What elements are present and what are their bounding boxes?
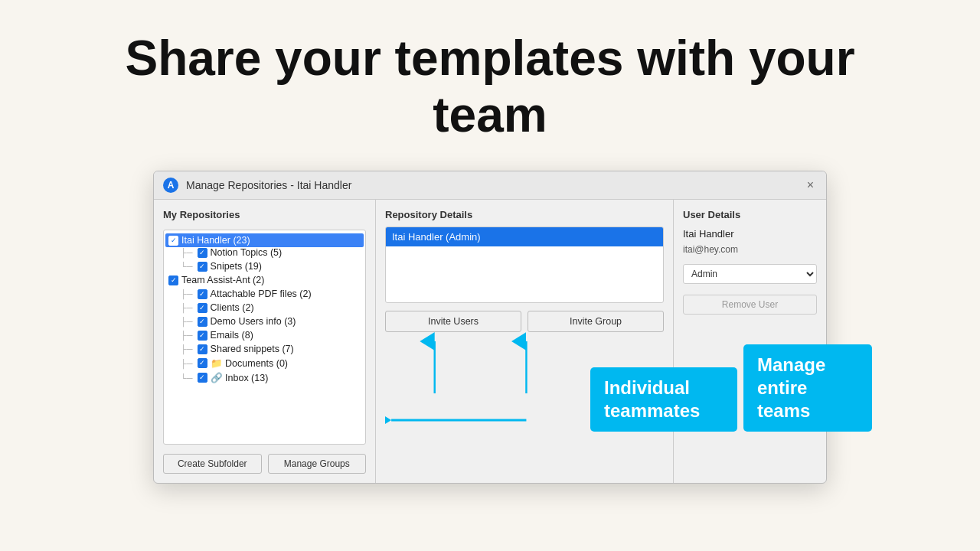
repo-item-emails[interactable]: ├─ Emails (8) [168,328,361,342]
checkbox-itai-handler [168,236,178,246]
checkbox-snipets [198,262,207,272]
checkbox-emails [198,331,207,341]
remove-user-button: Remove User [683,295,817,315]
user-details-heading: User Details [683,209,817,220]
repo-item-team-assist-ant[interactable]: Team Assist-Ant (2) [168,273,361,287]
checkbox-demo-users [198,317,207,327]
tree-connector-6: ├─ [181,331,193,340]
repo-item-demo-users[interactable]: ├─ Demo Users info (3) [168,315,361,328]
tree-connector-2: └─ [181,262,193,271]
checkbox-documents [198,358,207,368]
annotation-container: Individual teammates Manage entire teams [385,332,664,432]
repo-item-notion-topics[interactable]: ├─ Notion Topics (5) [168,246,361,259]
left-panel: My Repositories Itai Handler (23) ├─ Not… [154,200,376,483]
repo-label-demo-users: Demo Users info (3) [211,316,296,327]
checkbox-clients [198,303,207,313]
modal-close-button[interactable]: × [804,178,817,193]
annotation-manage-teams: Manage entire teams [743,344,872,432]
role-select[interactable]: Admin Member Viewer [683,264,817,284]
checkbox-shared-snippets [198,344,207,354]
user-email: itai@hey.com [683,244,817,255]
repo-label-itai-handler: Itai Handler (23) [181,235,250,246]
tree-connector: ├─ [181,248,193,257]
checkbox-team-assist [168,276,178,285]
repo-item-pdf[interactable]: ├─ Attachable PDF files (2) [168,287,361,301]
repo-label-pdf: Attachable PDF files (2) [211,289,312,299]
modal-window: A Manage Repositories - Itai Handler × M… [153,171,827,484]
repo-list-box: Itai Handler (Admin) [385,227,664,303]
repo-label-team-assist: Team Assist-Ant (2) [181,275,264,285]
repo-label-documents: 📁 Documents (0) [211,357,288,369]
tree-connector-3: ├─ [181,289,193,298]
tree-connector-5: ├─ [181,317,193,326]
repo-label-shared-snippets: Shared snippets (7) [211,344,294,354]
my-repos-heading: My Repositories [163,209,366,220]
checkbox-pdf [198,289,207,299]
middle-panel: Repository Details Itai Handler (Admin) … [376,200,673,483]
left-panel-buttons: Create Subfolder Manage Groups [163,454,366,474]
create-subfolder-button[interactable]: Create Subfolder [163,454,262,474]
repo-label-inbox: 🔗 Inbox (13) [211,372,269,383]
repo-item-shared-snippets[interactable]: ├─ Shared snippets (7) [168,342,361,356]
tree-connector-9: └─ [181,373,193,383]
modal-title: Manage Repositories - Itai Handler [186,179,796,191]
annotation-individual-teammates: Individual teammates [590,367,737,432]
app-logo-icon: A [163,178,178,193]
modal-body: My Repositories Itai Handler (23) ├─ Not… [154,200,826,483]
modal-titlebar: A Manage Repositories - Itai Handler × [154,171,826,200]
checkbox-inbox [198,373,207,383]
repo-label-clients: Clients (2) [211,302,254,313]
repo-details-heading: Repository Details [385,209,664,220]
repo-item-documents[interactable]: ├─ 📁 Documents (0) [168,356,361,370]
checkbox-notion-topics [198,248,207,258]
right-panel: User Details Itai Handler itai@hey.com A… [673,200,826,483]
page-title: Share your templates with your team [69,31,911,143]
invite-group-button[interactable]: Invite Group [528,311,664,332]
tree-connector-4: ├─ [181,303,193,312]
repo-item-inbox[interactable]: └─ 🔗 Inbox (13) [168,370,361,385]
repo-item-snipets[interactable]: └─ Snipets (19) [168,259,361,273]
repo-list-item-admin[interactable]: Itai Handler (Admin) [386,227,663,246]
user-name: Itai Handler [683,228,817,240]
repo-label-notion-topics: Notion Topics (5) [211,247,283,258]
repo-tree: Itai Handler (23) ├─ Notion Topics (5) └… [163,230,366,445]
repo-item-clients[interactable]: ├─ Clients (2) [168,301,361,315]
invite-buttons-row: Invite Users Invite Group [385,311,664,332]
invite-users-button[interactable]: Invite Users [385,311,521,332]
tree-connector-7: ├─ [181,344,193,354]
repo-label-emails: Emails (8) [211,330,253,341]
manage-groups-button[interactable]: Manage Groups [268,454,367,474]
repo-label-snipets: Snipets (19) [211,261,262,272]
tree-connector-8: ├─ [181,359,193,368]
